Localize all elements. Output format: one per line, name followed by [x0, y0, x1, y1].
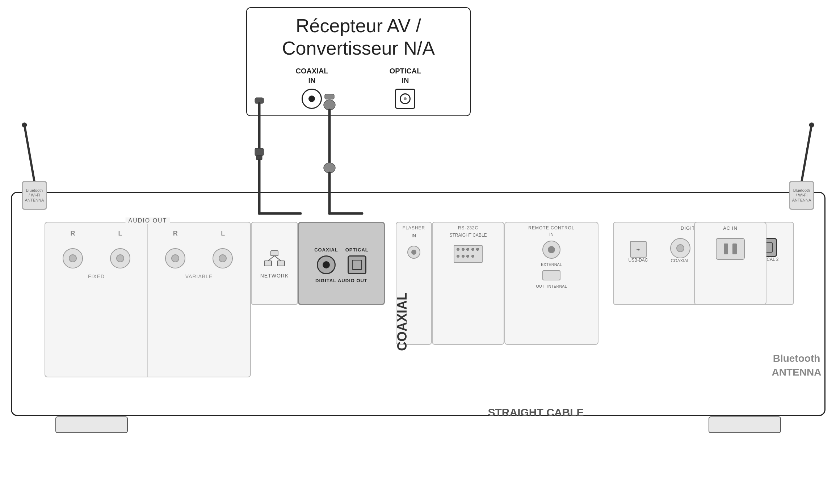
- din-coaxial-label: COAXIAL: [671, 258, 690, 263]
- straight-cable-label: STRAIGHT CABLE: [449, 233, 487, 238]
- fixed-label: FIXED: [49, 274, 144, 279]
- antenna-base-left: Bluetooth/ Wi-FiANTENNA: [22, 181, 47, 210]
- coax-out-jack: [317, 255, 336, 274]
- antenna-right: Bluetooth/ Wi-FiANTENNA: [789, 123, 814, 210]
- svg-rect-8: [256, 156, 262, 160]
- db9-connector: [454, 245, 483, 263]
- network-icon: [262, 248, 287, 270]
- optical-out: OPTICAL: [345, 247, 369, 274]
- variable-rca-l-inner: [219, 254, 227, 262]
- audio-out-section: AUDIO OUT R L F: [45, 222, 251, 377]
- foot-right: [709, 416, 781, 433]
- remote-in-jack: [542, 241, 560, 259]
- svg-rect-7: [255, 148, 264, 156]
- connector-symbols: [258, 89, 459, 109]
- remote-control-section: REMOTE CONTROL IN EXTERNAL OUT INTERNAL: [504, 222, 598, 345]
- flasher-label: FLASHER: [403, 225, 425, 230]
- din-coaxial-port: COAXIAL: [670, 238, 690, 263]
- svg-rect-0: [271, 251, 278, 256]
- network-section: NETWORK: [251, 222, 298, 305]
- antenna-ball-left: [22, 122, 27, 127]
- db9-pin-3: [466, 248, 469, 251]
- ac-pin-2: [732, 243, 737, 254]
- svg-rect-2: [277, 261, 285, 266]
- external-label: EXTERNAL: [541, 262, 562, 267]
- db9-pin-4: [471, 248, 474, 251]
- db9-pin-7: [462, 255, 465, 258]
- fixed-rca-connectors: [49, 248, 144, 268]
- variable-label: VARIABLE: [151, 274, 247, 279]
- svg-line-4: [274, 256, 281, 261]
- digital-out-connectors: COAXIAL OPTICAL: [314, 247, 369, 274]
- variable-r-label: R: [173, 230, 178, 237]
- fixed-rca-l: [110, 248, 130, 268]
- flasher-section: FLASHER IN: [396, 222, 432, 345]
- coax-out: COAXIAL: [314, 247, 338, 274]
- variable-rca-connectors: [151, 248, 247, 268]
- ac-plug: [716, 238, 745, 260]
- antenna-rod-left: [23, 124, 35, 182]
- din-coaxial-jack-inner: [676, 244, 684, 252]
- antenna-left-label: Bluetooth/ Wi-FiANTENNA: [25, 188, 44, 203]
- db9-pin-9: [471, 255, 474, 258]
- digital-out-title: DIGITAL AUDIO OUT: [315, 278, 367, 283]
- receiver-title: Récepteur AV / Convertisseur N/A: [258, 14, 459, 60]
- db9-pin-6: [457, 255, 459, 258]
- out-label: OUT: [536, 284, 544, 288]
- flasher-jack-inner: [411, 250, 416, 255]
- antenna-rod-right: [801, 124, 813, 182]
- variable-l-label: L: [221, 230, 225, 237]
- svg-point-14: [324, 163, 335, 173]
- remote-jacks: EXTERNAL OUT INTERNAL: [505, 241, 598, 288]
- optical-out-label: OPTICAL: [345, 247, 369, 253]
- optical-in-socket-inner: [400, 93, 411, 104]
- db9-pin-1: [457, 248, 459, 251]
- optical-in-label: OPTICAL IN: [390, 66, 421, 85]
- fixed-rca-r-inner: [69, 254, 77, 262]
- audio-fixed: R L FIXED: [45, 223, 148, 377]
- main-diagram: Récepteur AV / Convertisseur N/A COAXIAL…: [0, 0, 836, 504]
- audio-variable: R L VARIABLE: [148, 223, 250, 377]
- fixed-r-label: R: [71, 230, 75, 237]
- optical-socket-dot: [404, 97, 407, 100]
- remote-in-jack-inner: [548, 246, 555, 253]
- rs232c-section: RS-232C STRAIGHT CABLE: [432, 222, 504, 345]
- audio-out-label: AUDIO OUT: [126, 217, 170, 224]
- remote-in-label: IN: [505, 232, 598, 237]
- svg-rect-1: [264, 261, 272, 266]
- fixed-channel-labels: R L: [49, 230, 144, 237]
- variable-channel-labels: R L: [151, 230, 247, 237]
- antenna-left: Bluetooth/ Wi-FiANTENNA: [22, 123, 47, 210]
- connector-labels: COAXIAL IN OPTICAL IN: [258, 66, 459, 85]
- device-body: AUDIO OUT R L F: [11, 192, 826, 416]
- internal-icon: [542, 270, 560, 280]
- receiver-title-box: Récepteur AV / Convertisseur N/A COAXIAL…: [246, 7, 471, 116]
- fixed-l-label: L: [118, 230, 122, 237]
- digital-audio-out-section: COAXIAL OPTICAL DIGITAL AUDIO OUT: [298, 222, 385, 305]
- rs232c-label: RS-232C: [458, 225, 478, 230]
- ac-in-label: AC IN: [723, 225, 738, 231]
- antenna-right-label: Bluetooth/ Wi-FiANTENNA: [792, 188, 811, 203]
- usb-icon: ⌁: [630, 241, 647, 258]
- foot-left: [55, 416, 128, 433]
- db9-pin-2: [462, 248, 465, 251]
- optical-out-jack: [348, 255, 366, 274]
- coax-out-label: COAXIAL: [314, 247, 338, 253]
- audio-out-grid: R L FIXED R: [45, 223, 250, 377]
- antenna-base-right: Bluetooth/ Wi-FiANTENNA: [789, 181, 814, 210]
- flasher-in-label: IN: [412, 233, 416, 238]
- fixed-rca-r: [63, 248, 83, 268]
- network-label: NETWORK: [260, 273, 289, 279]
- coaxial-in-socket: [302, 89, 322, 109]
- ac-pin-1: [724, 243, 728, 254]
- fixed-rca-l-inner: [116, 254, 124, 262]
- usb-dac-port: ⌁ USB-DAC: [629, 238, 648, 263]
- variable-rca-r: [165, 248, 185, 268]
- optical-out-jack-inner: [352, 260, 362, 270]
- din-coaxial-jack: [670, 238, 690, 258]
- coaxial-in-label: COAXIAL IN: [296, 66, 328, 85]
- coax-out-jack-inner: [323, 261, 330, 268]
- variable-rca-r-inner: [171, 254, 179, 262]
- internal-label: INTERNAL: [547, 284, 567, 288]
- optical-in-socket: [395, 89, 415, 109]
